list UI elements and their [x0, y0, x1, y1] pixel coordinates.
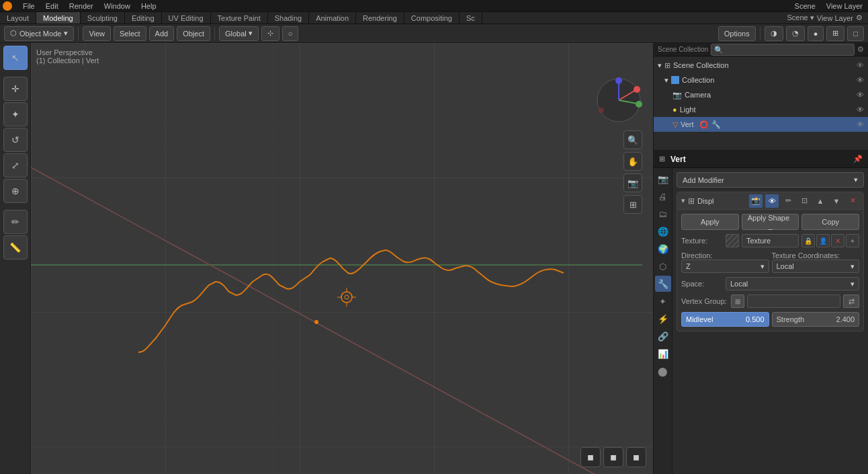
texture-clear-icon[interactable]: ✕	[831, 234, 844, 247]
light-eye[interactable]: 👁	[857, 106, 864, 114]
menu-file[interactable]: File	[20, 2, 38, 10]
pan-btn[interactable]: ✋	[623, 152, 642, 171]
viewport-shading-material[interactable]: ◔	[786, 26, 805, 41]
timeline-btn-3[interactable]: ◼	[626, 447, 646, 467]
tool-move[interactable]: ✦	[3, 102, 28, 126]
midlevel-field[interactable]: Midlevel 0.500	[681, 312, 769, 327]
vertex-swap-btn[interactable]: ⇄	[843, 294, 859, 308]
outliner-item-light[interactable]: ● Light 👁	[654, 102, 868, 117]
viewport-overlays[interactable]: ⊞	[826, 26, 844, 41]
direction-dropdown[interactable]: Z ▾	[681, 260, 769, 273]
prop-output-icon[interactable]: 🖨	[655, 188, 671, 204]
pin-icon[interactable]: 📌	[853, 155, 863, 163]
tab-uv-editing[interactable]: UV Editing	[162, 12, 211, 24]
mode-selector[interactable]: ⬡ Object Mode ▾	[4, 26, 74, 41]
prop-particles-icon[interactable]: ✦	[655, 293, 671, 309]
snap-toggle[interactable]: ⊹	[261, 26, 279, 41]
tool-transform[interactable]: ⊕	[3, 179, 28, 203]
outliner-item-camera[interactable]: 📷 Camera 👁	[654, 87, 868, 102]
outliner-filter-icon[interactable]: ⚙	[857, 45, 864, 54]
render-region-btn[interactable]: ⊞	[623, 195, 642, 214]
apply-shape-btn[interactable]: Apply Shape _	[742, 214, 799, 230]
tool-select[interactable]: ↖	[3, 46, 28, 70]
tab-rendering[interactable]: Rendering	[356, 12, 404, 24]
menu-window[interactable]: Window	[101, 2, 133, 10]
object-menu-btn[interactable]: Object	[177, 26, 210, 41]
prop-material-icon[interactable]: ⬤	[655, 363, 671, 379]
outliner-item-scene-collection[interactable]: ▾ ⊞ Scene Collection 👁	[654, 58, 868, 73]
mod-cage-icon[interactable]: ⊡	[797, 194, 811, 208]
vertex-group-icon[interactable]: ⊞	[731, 294, 744, 308]
menu-help[interactable]: Help	[138, 2, 159, 10]
mod-move-down-icon[interactable]: ▼	[830, 194, 843, 208]
camera-view-btn[interactable]: 📷	[623, 173, 642, 192]
tool-annotate[interactable]: ✏	[3, 210, 28, 234]
tab-modeling[interactable]: Modeling	[36, 12, 81, 24]
tool-cursor[interactable]: ✛	[3, 77, 28, 101]
viewport[interactable]: User Perspective (1) Collection | Vert	[31, 43, 653, 474]
tab-editing[interactable]: Editing	[125, 12, 162, 24]
apply-btn[interactable]: Apply	[681, 214, 739, 230]
strength-field[interactable]: Strength 2.400	[772, 312, 860, 327]
prop-render-icon[interactable]: 📷	[655, 171, 671, 187]
copy-btn[interactable]: Copy	[801, 214, 859, 230]
tab-sc[interactable]: Sc	[460, 12, 482, 24]
zoom-in-btn[interactable]: 🔍	[623, 130, 642, 149]
prop-object-icon[interactable]: ⬡	[655, 258, 671, 274]
viewport-xray[interactable]: □	[847, 26, 864, 41]
filter-icon[interactable]: ⚙	[856, 13, 863, 22]
blender-logo-icon[interactable]	[3, 1, 12, 11]
transform-dropdown[interactable]: Global ▾	[219, 26, 259, 41]
tab-texture-paint[interactable]: Texture Paint	[211, 12, 268, 24]
menu-edit[interactable]: Edit	[43, 2, 61, 10]
prop-data-icon[interactable]: 📊	[655, 346, 671, 362]
vertex-group-input[interactable]	[747, 294, 840, 308]
select-menu-btn[interactable]: Select	[114, 26, 146, 41]
outliner-search-input[interactable]	[711, 44, 855, 56]
collection-eye[interactable]: 👁	[857, 76, 864, 84]
viewport-shading-rendered[interactable]: ●	[808, 26, 824, 41]
modifier-collapse-icon[interactable]: ▾	[681, 196, 685, 205]
mod-edit-icon[interactable]: ✏	[781, 194, 795, 208]
tab-shading[interactable]: Shading	[268, 12, 309, 24]
view-menu-btn[interactable]: View	[83, 26, 111, 41]
proportional-edit[interactable]: ○	[282, 26, 299, 41]
mod-move-up-icon[interactable]: ▲	[814, 194, 827, 208]
outliner-item-vert[interactable]: ▽ Vert ⭕ 🔧 👁	[654, 117, 868, 132]
mod-close-icon[interactable]: ✕	[846, 194, 859, 208]
prop-physics-icon[interactable]: ⚡	[655, 311, 671, 327]
space-dropdown[interactable]: Local ▾	[726, 277, 859, 290]
mod-render-icon[interactable]: 📸	[749, 194, 763, 208]
tab-compositing[interactable]: Compositing	[404, 12, 460, 24]
texture-shield-icon[interactable]: 🔒	[801, 234, 815, 247]
tab-animation[interactable]: Animation	[309, 12, 356, 24]
scene-collection-eye[interactable]: 👁	[857, 61, 864, 69]
view-layer-dropdown[interactable]: View Layer	[817, 14, 853, 22]
add-modifier-btn[interactable]: Add Modifier ▾	[677, 172, 864, 188]
tool-rotate[interactable]: ↺	[3, 128, 28, 152]
texture-coords-dropdown[interactable]: Local ▾	[772, 260, 860, 273]
prop-scene-icon[interactable]: 🌐	[655, 223, 671, 239]
vert-eye[interactable]: 👁	[857, 120, 864, 128]
texture-name-input[interactable]: Texture	[742, 234, 799, 247]
prop-world-icon[interactable]: 🌍	[655, 241, 671, 257]
texture-new-icon[interactable]: +	[846, 234, 859, 247]
tab-layout[interactable]: Layout	[0, 12, 36, 24]
scene-dropdown[interactable]: Scene ▾	[787, 13, 814, 22]
options-btn[interactable]: Options	[718, 26, 756, 41]
timeline-btn-1[interactable]: ◼	[580, 447, 601, 467]
viewport-shading-solid[interactable]: ◑	[765, 26, 783, 41]
mod-viewport-icon[interactable]: 👁	[765, 194, 779, 208]
tool-scale[interactable]: ⤢	[3, 153, 28, 177]
tool-measure[interactable]: 📏	[3, 235, 28, 260]
outliner-item-collection[interactable]: ▾ Collection 👁	[654, 73, 868, 87]
texture-user-icon[interactable]: 👤	[816, 234, 830, 247]
tab-sculpting[interactable]: Sculpting	[81, 12, 125, 24]
timeline-btn-2[interactable]: ◼	[603, 447, 623, 467]
prop-modifier-icon active[interactable]: 🔧	[655, 276, 671, 292]
menu-render[interactable]: Render	[67, 2, 96, 10]
prop-constraints-icon[interactable]: 🔗	[655, 328, 671, 344]
add-menu-btn[interactable]: Add	[149, 26, 175, 41]
camera-eye[interactable]: 👁	[857, 91, 864, 99]
prop-view-layer-icon[interactable]: 🗂	[655, 206, 671, 222]
